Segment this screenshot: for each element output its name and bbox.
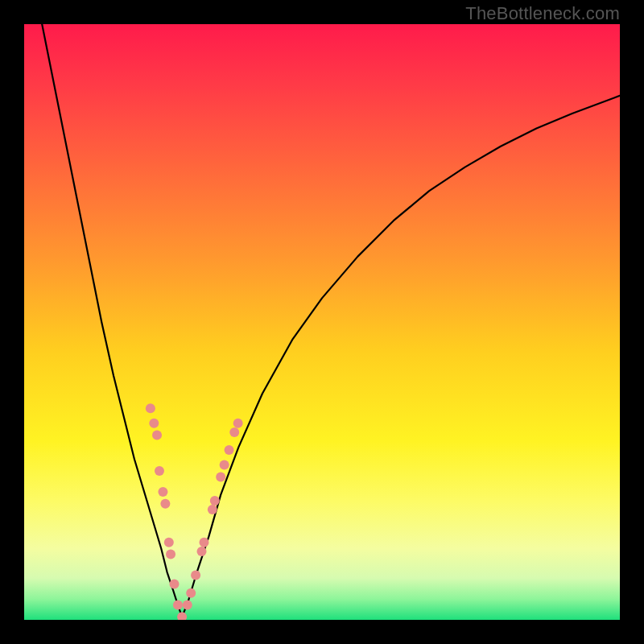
highlight-dot — [152, 431, 162, 440]
gradient-bg — [24, 24, 620, 620]
highlight-dot — [183, 601, 192, 610]
highlight-dot — [216, 472, 225, 481]
highlight-dot — [220, 460, 229, 470]
highlight-dot — [210, 496, 220, 506]
plot-area — [24, 24, 620, 620]
highlight-dot — [166, 550, 175, 559]
highlight-dot — [229, 427, 239, 437]
chart-frame: TheBottleneck.com — [0, 0, 644, 644]
highlight-dot — [149, 419, 159, 428]
highlight-dot — [197, 547, 207, 556]
chart-svg — [24, 24, 620, 620]
highlight-dot — [164, 538, 174, 547]
watermark-text: TheBottleneck.com — [465, 3, 620, 24]
highlight-dot — [158, 487, 167, 497]
highlight-dot — [233, 419, 243, 428]
highlight-dot — [160, 499, 170, 509]
highlight-dot — [208, 505, 217, 514]
highlight-dot — [191, 571, 200, 580]
highlight-dot — [169, 580, 179, 589]
highlight-dot — [225, 445, 234, 455]
highlight-dot — [155, 466, 164, 476]
highlight-dot — [199, 538, 208, 547]
highlight-dot — [146, 403, 155, 413]
highlight-dot — [186, 588, 196, 598]
highlight-dot — [173, 601, 183, 610]
